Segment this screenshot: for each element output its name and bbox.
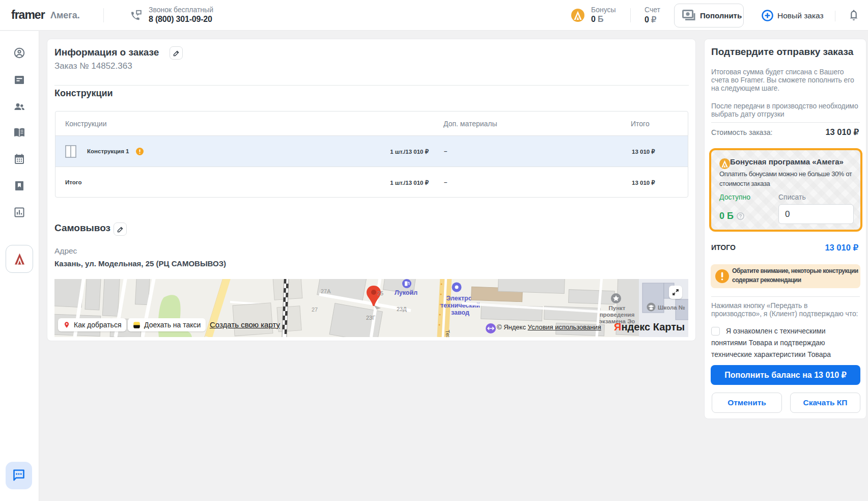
svg-text:завод: завод [451, 309, 469, 316]
svg-text:Пункт: Пункт [609, 305, 626, 311]
svg-text:27А: 27А [321, 288, 331, 294]
svg-text:25: 25 [377, 290, 383, 296]
svg-text:Лукойл: Лукойл [395, 289, 417, 296]
svg-text:23Г: 23Г [366, 315, 375, 321]
svg-text:Тех: Тех [444, 329, 452, 337]
svg-text:23Д: 23Д [397, 306, 407, 312]
svg-text:27: 27 [312, 307, 318, 313]
svg-text:Электро-: Электро- [446, 295, 474, 302]
svg-text:Школа №: Школа № [658, 304, 685, 311]
svg-text:проведения: проведения [600, 312, 635, 318]
